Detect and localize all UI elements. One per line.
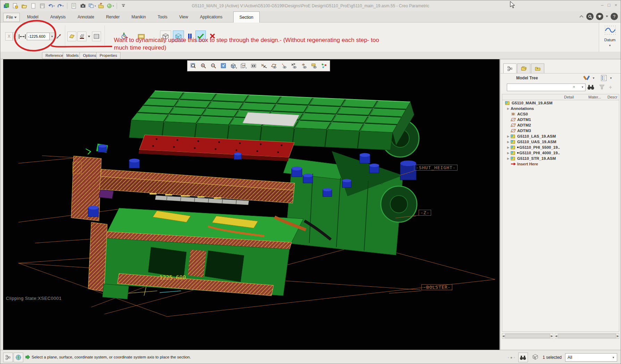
minimize-button[interactable]: – bbox=[601, 2, 603, 8]
help-icon[interactable]: ? bbox=[611, 13, 618, 20]
zoom-region-icon[interactable] bbox=[188, 61, 198, 71]
plane-display-icon[interactable] bbox=[269, 61, 279, 71]
view-capture-icon[interactable] bbox=[249, 61, 259, 71]
redo-icon[interactable] bbox=[57, 2, 64, 10]
tree-row[interactable]: . ADTM2 bbox=[502, 122, 619, 128]
tab-model-tree[interactable] bbox=[503, 63, 517, 73]
regenerate-icon[interactable] bbox=[70, 2, 78, 10]
expand-icon[interactable]: ▶ bbox=[507, 140, 511, 144]
tab-applications[interactable]: Applications bbox=[194, 11, 228, 23]
open-icon[interactable] bbox=[20, 2, 28, 10]
column-detail[interactable]: Detail bbox=[564, 95, 574, 99]
annotation-display-icon[interactable] bbox=[309, 61, 319, 71]
windows-icon[interactable] bbox=[88, 2, 96, 10]
tree-row[interactable]: . ADTM1 bbox=[502, 117, 619, 122]
expand-icon[interactable]: ▶ bbox=[507, 151, 511, 155]
tree-row[interactable]: . ADTM3 bbox=[502, 128, 619, 133]
tree-row[interactable]: ▶ G5110_STR_19.ASM bbox=[502, 156, 619, 161]
surface-display-button[interactable] bbox=[67, 32, 76, 41]
scrollbar-thumb[interactable] bbox=[558, 334, 616, 338]
datum-group[interactable]: Datum ▼ bbox=[599, 23, 621, 52]
minimize-ribbon-icon[interactable] bbox=[579, 15, 584, 18]
filter-icon[interactable] bbox=[598, 84, 605, 92]
search-tool-icon[interactable] bbox=[518, 353, 528, 362]
tab-manikin[interactable]: Manikin bbox=[126, 11, 152, 23]
scroll-right-icon[interactable]: ▶ bbox=[617, 335, 619, 338]
find-binoculars-icon[interactable] bbox=[587, 84, 595, 92]
navigator-toggle-icon[interactable] bbox=[3, 353, 13, 362]
column-material[interactable]: Mater... bbox=[588, 95, 601, 99]
tab-annotate[interactable]: Annotate bbox=[72, 11, 100, 23]
tab-view[interactable]: View bbox=[173, 11, 194, 23]
chevron-down-icon[interactable] bbox=[606, 16, 608, 17]
undo-icon[interactable] bbox=[48, 2, 55, 10]
tab-analysis[interactable]: Analysis bbox=[44, 11, 72, 23]
tree-row[interactable]: G5110_MAIN_19.ASM bbox=[502, 100, 619, 106]
expand-icon[interactable]: ▶ bbox=[507, 146, 511, 149]
section-x-dropdown[interactable] bbox=[13, 32, 17, 41]
tree-row[interactable]: ▶ G5110_PHI_5500_19.. bbox=[502, 145, 619, 150]
tree-row-insert-here[interactable]: . Insert Here bbox=[502, 161, 619, 167]
maximize-button[interactable]: □ bbox=[608, 2, 611, 8]
scrollbar-thumb[interactable] bbox=[505, 334, 550, 338]
csys-display-icon[interactable] bbox=[299, 61, 309, 71]
point-display-icon[interactable] bbox=[289, 61, 299, 71]
capture-icon[interactable] bbox=[79, 2, 87, 10]
import-icon[interactable] bbox=[11, 2, 19, 10]
graphics-viewport[interactable]: AB bbox=[3, 59, 500, 350]
tree-row[interactable]: . ACS0 bbox=[502, 111, 619, 117]
app-window-icon[interactable] bbox=[2, 2, 10, 10]
tab-tools[interactable]: Tools bbox=[152, 11, 173, 23]
zoom-out-icon[interactable] bbox=[208, 61, 218, 71]
flip-direction-button[interactable] bbox=[54, 32, 63, 41]
hatch-color-dropdown[interactable] bbox=[87, 32, 91, 41]
tab-model[interactable]: Model bbox=[21, 11, 44, 23]
spin-center-icon[interactable] bbox=[319, 61, 329, 71]
section-x-direction-button[interactable]: X bbox=[5, 32, 13, 41]
appearance-icon[interactable] bbox=[106, 2, 114, 10]
scroll-right-icon[interactable]: ▶ bbox=[551, 335, 553, 338]
hatch-color-button[interactable] bbox=[77, 32, 86, 41]
refit-icon[interactable] bbox=[218, 61, 228, 71]
close-window-icon[interactable] bbox=[97, 2, 105, 10]
section-offset-input[interactable] bbox=[27, 33, 50, 40]
tree-filters-icon[interactable] bbox=[601, 75, 608, 83]
new-icon[interactable] bbox=[30, 2, 37, 10]
datum-display-filters-icon[interactable] bbox=[259, 61, 269, 71]
learning-connect-icon[interactable] bbox=[596, 13, 603, 20]
tab-render[interactable]: Render bbox=[100, 11, 125, 23]
tree-settings-dropdown[interactable]: ▼ bbox=[592, 77, 595, 80]
scroll-left-icon[interactable]: ◀ bbox=[555, 335, 557, 338]
axis-display-icon[interactable] bbox=[279, 61, 289, 71]
expand-icon[interactable]: ▶ bbox=[507, 107, 511, 110]
tree-filters-dropdown[interactable]: ▼ bbox=[610, 77, 612, 80]
display-style-icon[interactable] bbox=[228, 61, 238, 71]
save-icon[interactable] bbox=[39, 2, 46, 10]
qat-customize-icon[interactable] bbox=[120, 2, 127, 10]
subtab-properties[interactable]: Properties bbox=[96, 52, 120, 59]
column-description[interactable]: Descr bbox=[607, 95, 618, 99]
add-filter-icon[interactable]: + bbox=[609, 84, 612, 90]
web-browser-toggle-icon[interactable] bbox=[14, 353, 23, 362]
tree-horizontal-scrollbar[interactable]: ◀ ▶ bbox=[502, 333, 553, 339]
tab-folder-browser[interactable] bbox=[517, 63, 530, 73]
tab-favorites[interactable]: * bbox=[531, 63, 544, 73]
search-history-dropdown[interactable]: ▼ bbox=[581, 86, 584, 89]
tree-settings-icon[interactable] bbox=[583, 75, 591, 83]
selection-filter-dropdown[interactable]: All ▼ bbox=[565, 353, 617, 362]
close-button[interactable]: × bbox=[614, 2, 617, 8]
datum-group-dropdown[interactable]: ▼ bbox=[609, 44, 611, 47]
clear-search-icon[interactable]: × bbox=[573, 85, 575, 89]
tree-row[interactable]: ▶ Annotations bbox=[502, 106, 619, 111]
columns-horizontal-scrollbar[interactable]: ◀ ▶ bbox=[555, 333, 619, 339]
file-menu-button[interactable]: File bbox=[3, 13, 20, 22]
saved-views-icon[interactable]: AB bbox=[238, 61, 249, 71]
expand-icon[interactable]: ▶ bbox=[507, 157, 511, 160]
tree-row[interactable]: ▶ G5110_PHI_4000_19.. bbox=[502, 150, 619, 156]
zoom-in-icon[interactable] bbox=[198, 61, 208, 71]
tree-row[interactable]: ▶ G5110_UAS_19.ASM bbox=[502, 139, 619, 145]
tab-section-active[interactable]: Section bbox=[233, 11, 260, 23]
scroll-left-icon[interactable]: ◀ bbox=[502, 335, 504, 338]
search-icon[interactable] bbox=[586, 13, 594, 20]
hatch-pattern-button[interactable] bbox=[92, 32, 101, 41]
